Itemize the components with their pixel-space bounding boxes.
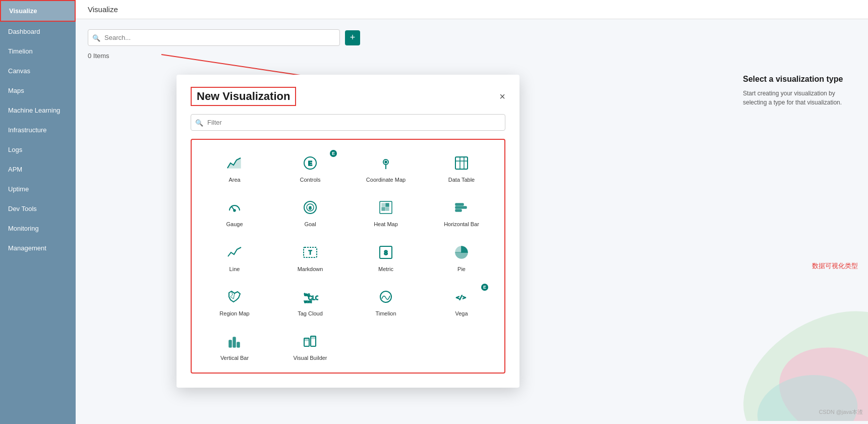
viz-item-gauge[interactable]: Gauge	[198, 190, 271, 233]
viz-label-region-map: Region Map	[219, 310, 249, 317]
sidebar-item-dashboard[interactable]: Dashboard	[0, 22, 76, 41]
viz-item-vertical-bar[interactable]: Vertical Bar	[198, 324, 271, 366]
viz-label-metric: Metric	[378, 266, 393, 273]
controls-icon: E	[300, 153, 320, 173]
svg-rect-21	[386, 203, 389, 206]
svg-rect-40	[304, 338, 309, 341]
main-area: Visualize 🔍 + 0 Items	[76, 0, 868, 424]
viz-item-vega[interactable]: </>VegaE	[425, 280, 498, 322]
viz-item-metric[interactable]: 8Metric	[349, 235, 423, 278]
viz-item-heat-map[interactable]: Heat Map	[349, 190, 423, 233]
right-panel-description: Start creating your visualization by sel…	[743, 89, 854, 107]
viz-label-goal: Goal	[304, 221, 316, 228]
right-panel: Select a visualization type Start creati…	[743, 75, 854, 107]
svg-point-15	[234, 209, 236, 211]
search-icon: 🔍	[92, 34, 100, 41]
viz-item-pie[interactable]: Pie	[425, 235, 498, 278]
sidebar-item-machine-learning[interactable]: Machine Learning	[0, 100, 76, 120]
timelion-icon	[376, 287, 396, 307]
search-input-wrap: 🔍	[88, 29, 340, 46]
viz-label-data-table: Data Table	[448, 176, 475, 183]
svg-rect-38	[237, 342, 240, 347]
right-panel-title: Select a visualization type	[743, 75, 854, 84]
svg-point-0	[719, 283, 868, 421]
vega-icon: </>	[451, 287, 472, 307]
viz-label-visual-builder: Visual Builder	[293, 354, 327, 361]
viz-grid-container: AreaEControlsECoordinate MapData TableGa…	[191, 139, 505, 374]
viz-item-data-table[interactable]: Data Table	[425, 146, 498, 188]
search-input[interactable]	[88, 29, 340, 46]
viz-item-controls[interactable]: EControlsE	[273, 146, 347, 188]
viz-item-area[interactable]: Area	[198, 146, 271, 188]
viz-grid: AreaEControlsECoordinate MapData TableGa…	[198, 146, 498, 366]
viz-label-vertical-bar: Vertical Bar	[220, 354, 249, 361]
new-visualization-modal: New Visualization × 🔍 AreaEControlsECoor…	[177, 75, 519, 388]
badge-e-vega: E	[481, 284, 488, 291]
viz-item-visual-builder[interactable]: Visual Builder	[273, 324, 347, 366]
sidebar-item-canvas[interactable]: Canvas	[0, 61, 76, 81]
background-decoration	[666, 219, 868, 421]
viz-item-markdown[interactable]: TMarkdown	[273, 235, 347, 278]
goal-icon: 8	[300, 197, 320, 218]
viz-item-region-map[interactable]: Region Map	[198, 280, 271, 322]
svg-rect-23	[386, 207, 389, 210]
region-map-icon	[224, 287, 245, 307]
area-icon	[224, 153, 245, 173]
svg-rect-42	[311, 336, 316, 339]
svg-point-9	[385, 161, 387, 163]
sidebar: Visualize Dashboard Timelion Canvas Maps…	[0, 0, 76, 424]
horizontal-bar-icon	[451, 197, 472, 218]
line-icon	[224, 242, 245, 262]
visual-builder-icon	[300, 331, 320, 351]
sidebar-item-apm[interactable]: APM	[0, 160, 76, 179]
markdown-icon: T	[300, 242, 320, 262]
filter-search-icon: 🔍	[195, 119, 203, 126]
sidebar-item-maps[interactable]: Maps	[0, 81, 76, 100]
svg-rect-26	[455, 209, 461, 211]
search-bar-row: 🔍 +	[88, 29, 856, 46]
filter-input[interactable]	[191, 114, 505, 131]
tag-cloud-icon: tagCLOUDword	[300, 287, 320, 307]
svg-rect-24	[455, 203, 464, 205]
viz-label-horizontal-bar: Horizontal Bar	[444, 221, 479, 228]
viz-label-line: Line	[229, 266, 240, 273]
sidebar-item-timelion[interactable]: Timelion	[0, 41, 76, 61]
viz-item-horizontal-bar[interactable]: Horizontal Bar	[425, 190, 498, 233]
svg-rect-20	[382, 203, 385, 206]
svg-text:8: 8	[309, 205, 311, 210]
svg-text:8: 8	[384, 249, 387, 256]
pie-icon	[451, 242, 472, 262]
sidebar-item-visualize[interactable]: Visualize	[0, 0, 76, 22]
viz-label-vega: Vega	[455, 310, 468, 317]
svg-text:word: word	[304, 300, 312, 303]
viz-label-tag-cloud: Tag Cloud	[298, 310, 323, 317]
svg-rect-36	[229, 340, 232, 347]
sidebar-item-dev-tools[interactable]: Dev Tools	[0, 199, 76, 219]
viz-item-tag-cloud[interactable]: tagCLOUDwordTag Cloud	[273, 280, 347, 322]
filter-wrap: 🔍	[191, 114, 505, 131]
viz-item-coordinate-map[interactable]: Coordinate Map	[349, 146, 423, 188]
viz-item-line[interactable]: Line	[198, 235, 271, 278]
viz-item-goal[interactable]: 8Goal	[273, 190, 347, 233]
modal-header: New Visualization ×	[191, 87, 505, 106]
viz-label-gauge: Gauge	[226, 221, 243, 228]
gauge-icon	[224, 197, 245, 218]
main-content: 🔍 + 0 Items New Vi	[76, 19, 868, 421]
vertical-bar-icon	[224, 331, 245, 351]
coordinate-map-icon	[376, 153, 396, 173]
viz-item-timelion[interactable]: Timelion	[349, 280, 423, 322]
sidebar-item-logs[interactable]: Logs	[0, 140, 76, 160]
add-button[interactable]: +	[345, 30, 360, 45]
modal-close-button[interactable]: ×	[499, 91, 505, 101]
sidebar-item-management[interactable]: Management	[0, 238, 76, 258]
viz-label-timelion: Timelion	[375, 310, 396, 317]
heat-map-icon	[376, 197, 396, 218]
sidebar-item-uptime[interactable]: Uptime	[0, 179, 76, 199]
svg-text:</>: </>	[456, 294, 466, 301]
svg-rect-10	[455, 157, 468, 169]
svg-rect-22	[382, 207, 385, 210]
svg-text:T: T	[309, 249, 312, 255]
viz-label-coordinate-map: Coordinate Map	[366, 176, 406, 183]
sidebar-item-infrastructure[interactable]: Infrastructure	[0, 120, 76, 140]
sidebar-item-monitoring[interactable]: Monitoring	[0, 219, 76, 238]
